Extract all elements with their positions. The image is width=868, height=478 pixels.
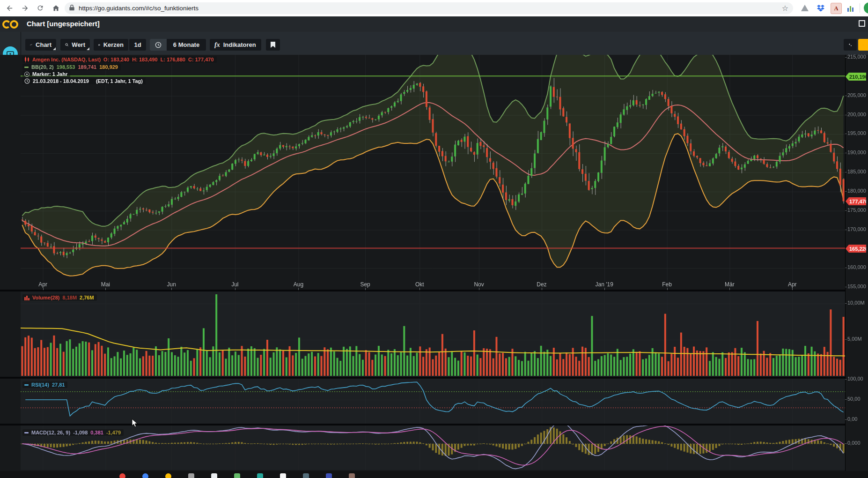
rsi-legend[interactable]: RSI(14)27,81 — [22, 381, 67, 388]
x-axis-month-label: Jul — [231, 281, 238, 288]
settings-button[interactable] — [858, 39, 868, 51]
chart-type-button[interactable]: Chart — [25, 39, 56, 51]
marker-legend[interactable]: Marker: 1 Jahr — [22, 71, 70, 77]
star-icon[interactable]: ☆ — [782, 4, 788, 13]
x-axis-month-label: Apr — [788, 281, 797, 288]
last-price-badge: 177,470 — [846, 197, 866, 205]
rsi-tick-label: 100,00 — [847, 376, 863, 381]
clock-icon — [150, 39, 167, 51]
taskbar-app-icon[interactable] — [119, 473, 125, 478]
browser-toolbar: https://go.guidants.com/#c/so_funktionie… — [0, 0, 868, 17]
x-axis-month-label: Jun — [167, 281, 176, 288]
taskbar-app-icon[interactable] — [303, 473, 309, 478]
mouse-cursor — [132, 418, 138, 430]
x-axis-tick — [542, 288, 542, 290]
price-tick-label: 175,000 — [847, 207, 866, 213]
rsi-tick-label: 50,00 — [847, 396, 861, 402]
back-icon[interactable] — [4, 2, 15, 14]
price-tick-label: 195,000 — [847, 130, 866, 136]
stats-icon[interactable] — [846, 3, 856, 13]
lock-icon — [69, 5, 74, 12]
price-tick-label: 155,000 — [847, 284, 866, 289]
marker-lower-badge: 165,220 — [846, 245, 866, 253]
gear-icon — [863, 42, 863, 48]
clock-legend-icon — [24, 78, 30, 84]
price-pane-canvas[interactable] — [21, 55, 845, 282]
x-axis-month-label: Jan '19 — [596, 281, 613, 288]
instrument-legend[interactable]: Amgen Inc. (NASDAQ, Last)O: 183,240 H: 1… — [22, 56, 217, 63]
page-title: Chart [ungespeichert] — [27, 20, 100, 28]
rsi-pane-canvas[interactable] — [21, 379, 845, 424]
taskbar-app-icon[interactable] — [211, 473, 217, 478]
avatar[interactable] — [864, 2, 868, 14]
instrument-search-button[interactable]: Wert — [60, 39, 90, 51]
taskbar-app-icon[interactable] — [349, 473, 355, 478]
x-axis-tick — [43, 288, 44, 290]
indicators-button[interactable]: fx Indikatoren — [210, 39, 261, 51]
url-bar[interactable]: https://go.guidants.com/#c/so_funktionie… — [65, 2, 793, 14]
dropbox-icon[interactable] — [816, 3, 826, 13]
x-axis-month-label: Aug — [294, 281, 303, 288]
x-axis-month-label: Feb — [662, 281, 672, 288]
volume-pane-canvas[interactable] — [21, 291, 845, 377]
pane-separator[interactable] — [0, 290, 868, 291]
price-tick-label: 170,000 — [847, 226, 866, 232]
x-axis-month-label: Nov — [474, 281, 484, 288]
taskbar-app-icon[interactable] — [257, 473, 263, 478]
x-axis-tick — [729, 288, 730, 290]
macd-legend-icon — [24, 432, 29, 433]
screen: https://go.guidants.com/#c/so_funktionie… — [0, 0, 868, 478]
x-axis-month-label: Mai — [101, 281, 110, 288]
home-icon[interactable] — [50, 2, 61, 14]
price-tick-label: 160,000 — [847, 264, 866, 270]
x-axis-tick — [479, 288, 479, 290]
pane-separator[interactable] — [0, 424, 868, 426]
candle-style-button[interactable]: Kerzen — [94, 39, 128, 51]
macd-legend[interactable]: MACD(12, 26, 9) -1,098 0,381 -1,479 — [22, 429, 124, 436]
taskbar-app-icon[interactable] — [142, 473, 148, 478]
x-axis-month-label: Mär — [725, 281, 735, 288]
rsi-tick-label: 0,00 — [847, 416, 857, 422]
acrobat-icon[interactable]: A — [831, 3, 842, 14]
volume-legend[interactable]: Volume(28) 8,18M 2,76M — [22, 294, 97, 301]
macd-pane-canvas[interactable] — [21, 426, 845, 470]
taskbar-app-icon[interactable] — [165, 473, 171, 478]
marker-upper-badge: 210,190 — [846, 73, 866, 81]
period-button[interactable]: 6 Monate — [150, 39, 206, 51]
x-axis-tick — [171, 288, 172, 290]
price-tick-label: 180,000 — [847, 188, 866, 194]
guidants-logo[interactable] — [0, 16, 21, 32]
range-legend[interactable]: 21.03.2018 - 18.04.2019 (EDT, 1 Jahr, 1 … — [22, 78, 146, 84]
price-tick-label: 190,000 — [847, 149, 866, 155]
price-tick-label: 185,000 — [847, 169, 866, 174]
reload-icon[interactable] — [35, 2, 46, 14]
bb-legend-icon — [24, 67, 29, 68]
forward-icon[interactable] — [19, 2, 30, 14]
x-axis-tick — [667, 288, 668, 290]
bb-legend[interactable]: BB(20, 2) 198,553 189,741 180,929 — [22, 64, 121, 70]
drive-icon[interactable] — [800, 3, 810, 13]
price-tick-label: 215,000 — [847, 54, 866, 60]
x-axis-tick — [365, 288, 366, 290]
pane-separator[interactable] — [0, 377, 868, 379]
rsi-legend-icon — [24, 384, 29, 386]
fx-icon: fx — [214, 41, 220, 49]
magic-button[interactable] — [844, 39, 857, 51]
app-header: Chart [ungespeichert] — [0, 16, 868, 32]
divider — [860, 3, 860, 13]
taskbar-app-icon[interactable] — [234, 473, 240, 478]
taskbar-app-icon[interactable] — [280, 473, 286, 478]
price-axis[interactable] — [845, 55, 868, 471]
taskbar-app-icon[interactable] — [326, 473, 332, 478]
x-axis-tick — [419, 288, 420, 290]
volume-tick-label: 5,00M — [847, 336, 862, 342]
price-tick-label: 200,000 — [847, 112, 866, 117]
sparkle-icon — [848, 42, 852, 48]
chart-toolbar: Chart Wert Kerzen 1d 6 Monate fx Indikat… — [21, 32, 868, 55]
interval-button[interactable]: 1d — [129, 39, 146, 51]
taskbar-app-icon[interactable] — [188, 473, 194, 478]
marker-legend-icon — [24, 72, 29, 77]
bookmark-button[interactable] — [266, 39, 280, 51]
search-icon — [65, 42, 68, 48]
fullscreen-icon[interactable] — [859, 20, 865, 27]
